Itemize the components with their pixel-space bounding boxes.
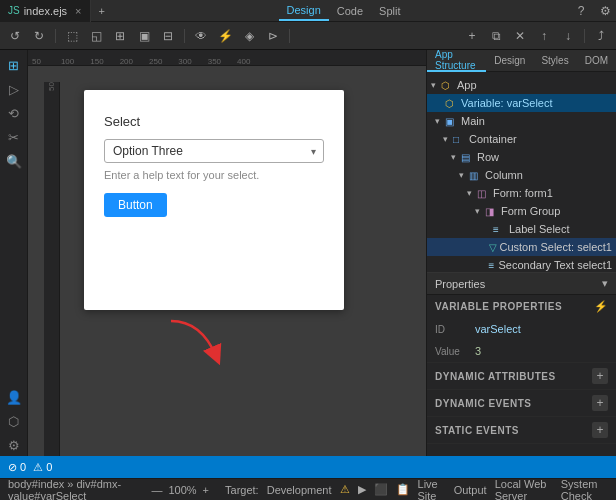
zoom-minus-btn[interactable]: — bbox=[151, 484, 162, 496]
select-form-label: Select bbox=[104, 114, 324, 129]
design-tab[interactable]: Design bbox=[279, 1, 329, 21]
tool-1[interactable]: ⬚ bbox=[61, 26, 83, 46]
tree-item-app[interactable]: ▾ ⬡ App bbox=[427, 76, 616, 94]
tool-3[interactable]: ⊞ bbox=[109, 26, 131, 46]
tree-item-column[interactable]: ▾ ▥ Column bbox=[427, 166, 616, 184]
help-btn[interactable]: ? bbox=[570, 1, 592, 21]
tree-item-customselect[interactable]: ▽ Custom Select: select1 bbox=[427, 238, 616, 256]
dynamic-attributes-header[interactable]: DYNAMIC ATTRIBUTES + bbox=[427, 363, 616, 389]
tab-design[interactable]: Design bbox=[486, 50, 533, 72]
path-text: body#index » div#dmx-value#varSelect bbox=[8, 478, 135, 501]
undo-btn[interactable]: ↺ bbox=[4, 26, 26, 46]
label-varselect: Variable: varSelect bbox=[461, 97, 553, 109]
arrow-form: ▾ bbox=[467, 188, 477, 198]
move-down-btn[interactable]: ↓ bbox=[557, 26, 579, 46]
arrow-main: ▾ bbox=[435, 116, 445, 126]
toolbar-sep-2 bbox=[184, 29, 185, 43]
main-icon: ▣ bbox=[445, 116, 459, 127]
dynamic-attributes-add-btn[interactable]: + bbox=[592, 368, 608, 384]
properties-chevron: ▾ bbox=[602, 277, 608, 290]
code-tab[interactable]: Code bbox=[329, 1, 371, 21]
redo-btn[interactable]: ↻ bbox=[28, 26, 50, 46]
label-customselect: Custom Select: select1 bbox=[500, 241, 613, 253]
tree-item-row[interactable]: ▾ ▤ Row bbox=[427, 148, 616, 166]
horizontal-ruler: 50 100 150 200 250 300 350 400 bbox=[28, 50, 426, 66]
toolbar-sep-1 bbox=[55, 29, 56, 43]
tab-bar: JS index.ejs × + Design Code Split ? ⚙ bbox=[0, 0, 616, 22]
zoom-plus-btn[interactable]: + bbox=[203, 484, 209, 496]
breadcrumb-path: body#index » div#dmx-value#varSelect bbox=[8, 478, 135, 501]
tree-item-label[interactable]: ≡ Label Select bbox=[427, 220, 616, 238]
tree-item-form[interactable]: ▾ ◫ Form: form1 bbox=[427, 184, 616, 202]
variable-properties-header[interactable]: VARIABLE PROPERTIES ⚡ bbox=[427, 295, 616, 318]
label-icon: ≡ bbox=[493, 224, 507, 235]
tab-app-structure[interactable]: App Structure bbox=[427, 50, 486, 72]
dynamic-attributes-title: DYNAMIC ATTRIBUTES bbox=[435, 371, 556, 382]
error-count: 0 bbox=[20, 461, 26, 473]
canvas-button[interactable]: Button bbox=[104, 193, 167, 217]
tool-5[interactable]: ⊟ bbox=[157, 26, 179, 46]
tree-item-main[interactable]: ▾ ▣ Main bbox=[427, 112, 616, 130]
arrow-container: ▾ bbox=[443, 134, 453, 144]
tool-6[interactable]: 👁 bbox=[190, 26, 212, 46]
output-label[interactable]: Output bbox=[454, 484, 487, 496]
app-tree: ▾ ⬡ App ⬡ Variable: varSelect ▾ ▣ Main ▾… bbox=[427, 72, 616, 272]
sidebar-settings-icon[interactable]: ⚙ bbox=[3, 434, 25, 456]
select-wrapper: Option One Option Two Option Three ▾ bbox=[104, 139, 324, 163]
export-btn[interactable]: ⤴ bbox=[590, 26, 612, 46]
sidebar-scissors-icon[interactable]: ✂ bbox=[3, 126, 25, 148]
settings-btn[interactable]: ⚙ bbox=[594, 1, 616, 21]
tree-item-container[interactable]: ▾ □ Container bbox=[427, 130, 616, 148]
prop-key-id: ID bbox=[435, 324, 475, 335]
tree-item-formgroup[interactable]: ▾ ◨ Form Group bbox=[427, 202, 616, 220]
sidebar-server-icon[interactable]: ⬡ bbox=[3, 410, 25, 432]
prop-val-value: 3 bbox=[475, 345, 481, 357]
tool-8[interactable]: ◈ bbox=[238, 26, 260, 46]
dynamic-events-header[interactable]: DYNAMIC EVENTS + bbox=[427, 390, 616, 416]
form-icon: ◫ bbox=[477, 188, 491, 199]
tree-item-varselect[interactable]: ⬡ Variable: varSelect bbox=[427, 94, 616, 112]
tool-2[interactable]: ◱ bbox=[85, 26, 107, 46]
left-sidebar: ⊞ ▷ ⟲ ✂ 🔍 👤 ⬡ ⚙ bbox=[0, 50, 28, 456]
static-events-title: STATIC EVENTS bbox=[435, 425, 519, 436]
stop-btn[interactable]: ⬛ bbox=[374, 483, 388, 496]
split-tab[interactable]: Split bbox=[371, 1, 408, 21]
customselect-icon: ▽ bbox=[489, 242, 497, 253]
tab-styles[interactable]: Styles bbox=[533, 50, 576, 72]
panel-top-tabs: App Structure Design Styles DOM bbox=[427, 50, 616, 72]
sidebar-user-icon[interactable]: 👤 bbox=[3, 386, 25, 408]
variable-properties-title: VARIABLE PROPERTIES bbox=[435, 301, 562, 312]
move-up-btn[interactable]: ↑ bbox=[533, 26, 555, 46]
label-formgroup: Form Group bbox=[501, 205, 560, 217]
label-row: Row bbox=[477, 151, 499, 163]
tick: 200 bbox=[106, 57, 135, 66]
tab-close-btn[interactable]: × bbox=[75, 5, 81, 17]
sidebar-search-icon[interactable]: 🔍 bbox=[3, 150, 25, 172]
tool-4[interactable]: ▣ bbox=[133, 26, 155, 46]
static-events-header[interactable]: STATIC EVENTS + bbox=[427, 417, 616, 443]
file-tab[interactable]: JS index.ejs × bbox=[0, 0, 91, 22]
play-btn[interactable]: ▶ bbox=[358, 483, 366, 496]
secondary-icon: ≡ bbox=[489, 260, 497, 271]
sidebar-play-icon[interactable]: ▷ bbox=[3, 78, 25, 100]
select-control[interactable]: Option One Option Two Option Three bbox=[104, 139, 324, 163]
tree-item-secondary[interactable]: ≡ Secondary Text select1 bbox=[427, 256, 616, 272]
sidebar-components-icon[interactable]: ⊞ bbox=[3, 54, 25, 76]
copy-btn[interactable]: ⧉ bbox=[485, 26, 507, 46]
system-check-label[interactable]: System Check bbox=[561, 478, 608, 501]
canvas-area: 50 100 150 200 250 300 350 400 50 Select bbox=[28, 50, 426, 456]
tool-9[interactable]: ⊳ bbox=[262, 26, 284, 46]
tool-7[interactable]: ⚡ bbox=[214, 26, 236, 46]
delete-btn[interactable]: ✕ bbox=[509, 26, 531, 46]
static-events-add-btn[interactable]: + bbox=[592, 422, 608, 438]
ruler-ticks: 50 100 150 200 250 300 350 400 bbox=[30, 50, 252, 66]
live-site-label[interactable]: Live Site bbox=[418, 478, 446, 501]
tab-dom[interactable]: DOM bbox=[577, 50, 616, 72]
sidebar-rotate-icon[interactable]: ⟲ bbox=[3, 102, 25, 124]
dynamic-events-add-btn[interactable]: + bbox=[592, 395, 608, 411]
warning-icon: ⚠ bbox=[33, 461, 43, 474]
file-icon: JS bbox=[8, 5, 20, 16]
add-btn[interactable]: + bbox=[461, 26, 483, 46]
new-tab-btn[interactable]: + bbox=[91, 5, 113, 17]
local-web-server-label[interactable]: Local Web Server bbox=[495, 478, 553, 501]
